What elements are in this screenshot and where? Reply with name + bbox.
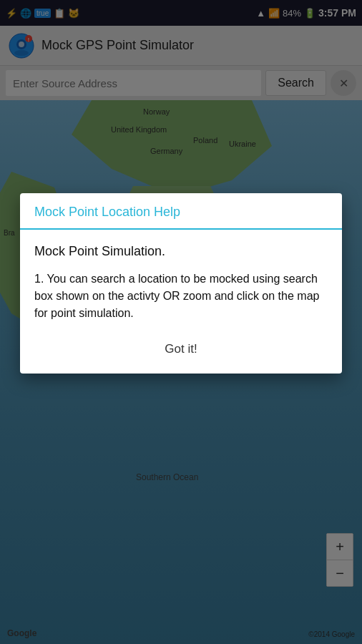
dialog-heading: Mock Point Simulation. — [34, 244, 328, 259]
dialog-title: Mock Point Location Help — [20, 193, 342, 230]
dialog-body: Mock Point Simulation. 1. You can search… — [20, 230, 342, 329]
got-it-button[interactable]: Got it! — [150, 336, 211, 362]
help-dialog: Mock Point Location Help Mock Point Simu… — [20, 193, 342, 374]
dialog-actions: Got it! — [20, 329, 342, 374]
dialog-text: 1. You can search a location to be mocke… — [34, 270, 328, 322]
